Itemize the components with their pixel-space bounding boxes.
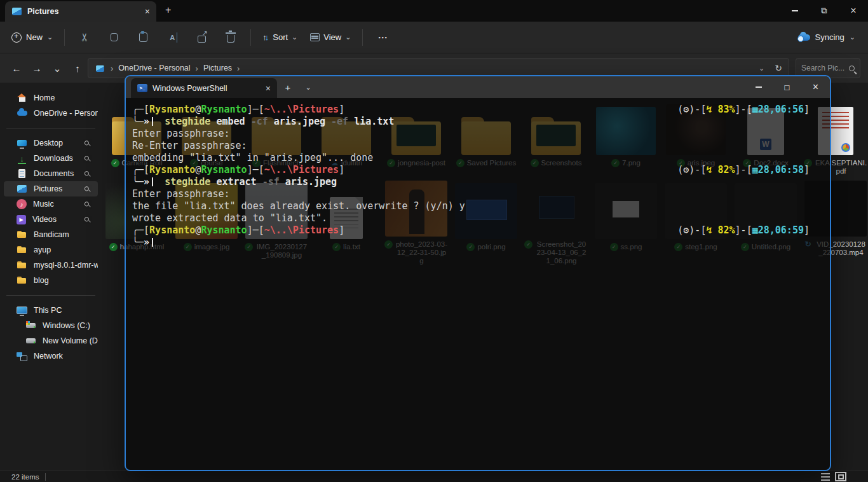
terminal-maximize-button[interactable]: □ — [773, 76, 801, 98]
search-input[interactable] — [801, 64, 849, 72]
window-controls: ⧉ × — [780, 0, 868, 22]
sidebar-item-mysql-8-0-1-dmr-wir[interactable]: mysql-8.0.1-dmr-wir — [4, 258, 98, 273]
sidebar-item-desktop[interactable]: Desktop — [4, 135, 98, 151]
terminal-window-controls: □ × — [744, 76, 830, 98]
back-button[interactable]: ← — [6, 63, 27, 74]
location-icon — [95, 64, 104, 72]
terminal-tab-powershell[interactable]: >_ Windows PowerShell × — [131, 78, 277, 98]
onedrive-sync-button[interactable]: Syncing ⌄ — [798, 32, 855, 42]
terminal-text: ( — [677, 104, 683, 115]
tab-pictures[interactable]: Pictures × — [5, 1, 156, 22]
sidebar-item-onedrive-personal[interactable]: OneDrive - Personal — [4, 106, 98, 121]
clock-indicator: ▦28,06:59 — [752, 224, 804, 236]
address-dropdown-button[interactable]: ⌄ — [759, 65, 764, 72]
terminal-minimize-button[interactable] — [744, 76, 773, 98]
rename-icon: A — [166, 33, 178, 42]
items-count: 22 items — [11, 473, 39, 481]
syncing-label: Syncing — [815, 32, 844, 42]
sidebar-divider — [0, 288, 102, 303]
pic-icon — [17, 184, 27, 195]
close-button[interactable]: × — [839, 0, 868, 22]
terminal-tab-close-icon[interactable]: × — [266, 84, 271, 93]
terminal-window: >_ Windows PowerShell × + ⌄ □ × ╭─[Rysna… — [125, 75, 831, 471]
terminal-output[interactable]: ╭─[Rysnanto@Rysnanto]─[~\..\Pictures](⚙)… — [126, 98, 830, 470]
cut-icon: ✂ — [78, 32, 92, 41]
paste-button[interactable] — [128, 25, 158, 50]
net-icon — [17, 351, 27, 362]
terminal-tab-dropdown-button[interactable]: ⌄ — [299, 76, 318, 98]
terminal-line: ╭─[Rysnanto@Rysnanto]─[~\..\Pictures](⚙)… — [132, 224, 830, 237]
recent-locations-button[interactable]: ⌄ — [47, 64, 67, 73]
new-tab-button[interactable]: + — [165, 5, 171, 15]
sidebar-item-label: OneDrive - Personal — [34, 109, 98, 118]
sidebar-item-label: mysql-8.0.1-dmr-wir — [34, 261, 98, 270]
sidebar-item-network[interactable]: Network — [4, 348, 98, 364]
sidebar-item-music[interactable]: ♪Music — [4, 196, 98, 212]
sort-button[interactable]: ↑↓ Sort ⌄ — [256, 25, 304, 50]
sidebar-item-videos[interactable]: ▶Videos — [4, 212, 98, 227]
sidebar-item-label: Pictures — [34, 184, 78, 193]
restore-button[interactable]: ⧉ — [810, 0, 839, 22]
terminal-text: ( — [677, 164, 683, 176]
new-button[interactable]: New ⌄ — [11, 32, 53, 43]
clock-indicator: ▦28,06:58 — [752, 164, 804, 176]
sidebar-item-new-volume-d[interactable]: New Volume (D:) — [4, 333, 98, 348]
refresh-button[interactable]: ↻ — [775, 63, 782, 73]
delete-button[interactable] — [216, 25, 245, 50]
tab-close-icon[interactable]: × — [145, 7, 150, 16]
up-button[interactable]: ↑ — [67, 63, 88, 74]
prompt-arrow-icon: » — [144, 116, 149, 128]
terminal-text: Enter passphrase: — [132, 188, 230, 200]
terminal-close-button[interactable]: × — [801, 76, 830, 98]
sidebar-item-pictures[interactable]: Pictures — [4, 181, 98, 196]
sidebar-item-documents[interactable]: Documents — [4, 166, 98, 181]
sidebar-item-label: ayup — [34, 245, 98, 254]
terminal-text: Re-Enter passphrase: — [132, 140, 247, 152]
sort-button-label: Sort — [273, 32, 288, 42]
sidebar-item-label: Desktop — [34, 139, 78, 148]
details-view-toggle-icon[interactable] — [821, 473, 830, 481]
minimize-button[interactable] — [780, 0, 810, 22]
forward-button[interactable]: → — [27, 63, 47, 74]
terminal-text: ] — [339, 224, 344, 237]
terminal-text: ╰─ — [132, 116, 144, 128]
terminal-text: @ — [195, 104, 201, 116]
down-icon: ↓ — [17, 153, 27, 164]
sidebar-item-windows-c[interactable]: Windows (C:) — [4, 318, 98, 333]
chevron-down-icon: ⌄ — [292, 34, 297, 41]
chevron-down-icon: ⌄ — [345, 34, 351, 41]
sidebar-item-label: Bandicam — [34, 230, 98, 239]
terminal-text: embedding "lia.txt" in "aris.jpeg"... do… — [132, 152, 373, 164]
more-options-button[interactable]: ⋯ — [368, 25, 397, 50]
sidebar-item-downloads[interactable]: ↓Downloads — [4, 151, 98, 166]
synced-check-icon: ✓ — [111, 159, 119, 167]
prompt-bar — [152, 117, 153, 126]
large-icons-view-toggle-icon[interactable] — [835, 472, 846, 481]
sidebar-item-blog[interactable]: blog — [4, 273, 98, 288]
cut-button[interactable]: ✂ — [70, 25, 99, 50]
copy-icon — [111, 33, 118, 41]
terminal-text: ] — [804, 224, 810, 236]
breadcrumb-item-pictures[interactable]: Pictures — [203, 64, 232, 72]
prompt-bar — [152, 177, 153, 186]
sidebar-item-bandicam[interactable]: Bandicam — [4, 227, 98, 242]
toolbar-divider — [250, 29, 251, 46]
sidebar-item-label: Downloads — [34, 154, 78, 163]
terminal-text: ]─[ — [247, 164, 264, 176]
copy-button[interactable] — [99, 25, 128, 50]
sidebar-item-ayup[interactable]: ayup — [4, 242, 98, 258]
cloud-icon — [17, 108, 27, 119]
terminal-new-tab-button[interactable]: + — [277, 76, 299, 98]
sidebar-item-this-pc[interactable]: This PC — [4, 303, 98, 318]
rename-button[interactable]: A — [158, 25, 187, 50]
share-button[interactable] — [187, 25, 216, 50]
terminal-text: Rysnanto — [149, 104, 195, 116]
terminal-line: ╰─» steghide extract -sf aris.jpeg — [132, 176, 830, 188]
view-button[interactable]: View ⌄ — [304, 25, 357, 50]
terminal-text: steghide — [153, 116, 210, 128]
sidebar-item-label: Videos — [32, 215, 78, 224]
breadcrumb-item-onedrive[interactable]: OneDrive - Personal — [118, 64, 190, 72]
pictures-tab-icon — [11, 6, 22, 17]
sidebar-item-home[interactable]: Home — [4, 90, 98, 106]
docs-icon — [17, 169, 27, 179]
